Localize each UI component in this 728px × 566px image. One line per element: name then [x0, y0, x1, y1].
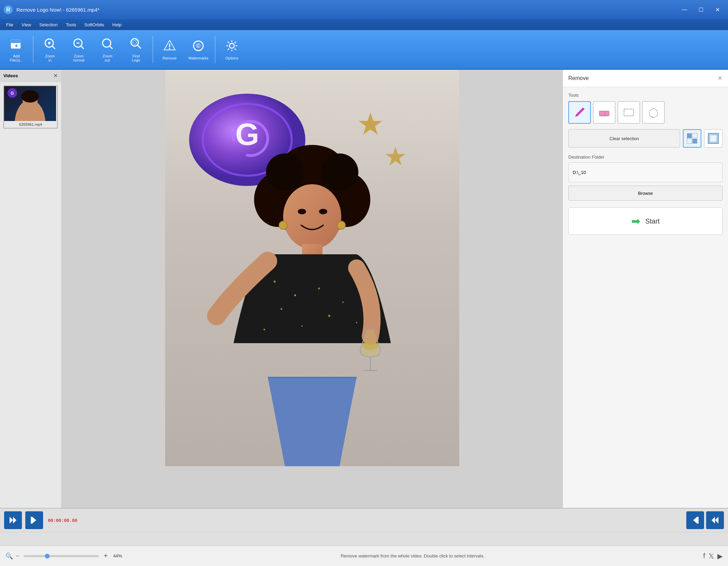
svg-point-43: [298, 209, 306, 214]
facebook-icon[interactable]: f: [703, 552, 705, 560]
menu-softorbits[interactable]: SoftOrbits: [81, 21, 108, 29]
svg-rect-65: [692, 139, 697, 144]
timeline: 00:00:00.00: [0, 508, 728, 545]
timeline-right-controls: [686, 511, 724, 529]
toolbar: AddFile(s)... Zoomin Zoomnormal: [0, 30, 728, 70]
svg-point-42: [283, 184, 341, 249]
svg-marker-77: [715, 517, 718, 524]
next-frame-button[interactable]: [686, 511, 704, 529]
svg-rect-59: [599, 111, 609, 116]
zoom-normal-button[interactable]: Zoomnormal: [65, 32, 92, 67]
toolbar-separator-2: [153, 36, 153, 63]
preview-area: G ★ ★: [62, 70, 562, 508]
watermarks-button[interactable]: © Watermarks: [185, 32, 212, 67]
svg-line-12: [81, 46, 84, 49]
svg-point-51: [342, 301, 344, 303]
svg-point-13: [103, 39, 111, 47]
svg-marker-71: [10, 517, 13, 524]
rewind-to-start-button[interactable]: [4, 511, 22, 529]
video-thumbnail-item[interactable]: G 6265961.mp4: [3, 85, 58, 129]
menu-tools[interactable]: Tools: [62, 21, 79, 29]
eraser-tool-button[interactable]: [593, 101, 616, 124]
zoom-handle: [45, 554, 50, 558]
lasso-tool-button[interactable]: [642, 101, 665, 124]
svg-line-14: [110, 46, 112, 49]
zoom-max-icon: +: [104, 552, 108, 560]
svg-rect-76: [697, 517, 699, 524]
menubar: File View Selection Tools SoftOrbits Hel…: [0, 19, 728, 30]
start-button[interactable]: ➡ Start: [568, 207, 723, 235]
maximize-button[interactable]: ☐: [693, 4, 709, 15]
zoom-normal-label: Zoomnormal: [73, 54, 84, 62]
svg-text:★: ★: [384, 142, 407, 171]
zoom-out-button[interactable]: Zoomout: [94, 32, 121, 67]
sidebar-close-button[interactable]: ✕: [53, 72, 58, 79]
menu-selection[interactable]: Selection: [36, 21, 61, 29]
zoom-out-label: Zoomout: [103, 54, 112, 62]
status-right: f 𝕏 ▶: [703, 552, 723, 560]
panel-title: Remove: [568, 75, 589, 81]
svg-marker-78: [712, 517, 715, 524]
sidebar-header: Videos ✕: [0, 70, 61, 82]
svg-rect-3: [11, 40, 21, 43]
add-files-icon: [10, 37, 23, 53]
prev-frame-button[interactable]: [25, 511, 43, 529]
add-files-label: AddFile(s)...: [10, 54, 23, 62]
close-button[interactable]: ✕: [710, 4, 725, 15]
zoom-min-icon: −: [16, 553, 19, 559]
rect-select-tool-button[interactable]: [618, 101, 640, 124]
status-left: 🔍 − + 44%: [5, 552, 122, 560]
titlebar-left: R Remove Logo Now! - 6265961.mp4*: [3, 4, 100, 15]
svg-point-48: [274, 281, 276, 283]
svg-point-52: [280, 308, 282, 310]
selection-mode-include-button[interactable]: [683, 129, 701, 148]
menu-help[interactable]: Help: [109, 21, 125, 29]
preview-canvas: G ★ ★: [165, 70, 459, 466]
svg-point-54: [301, 325, 303, 327]
svg-rect-66: [687, 139, 692, 144]
find-logo-button[interactable]: FindLogo: [122, 32, 150, 67]
svg-marker-72: [13, 517, 16, 524]
svg-point-46: [337, 221, 345, 229]
menu-view[interactable]: View: [18, 21, 35, 29]
options-button[interactable]: Options: [218, 32, 246, 67]
svg-point-55: [263, 329, 265, 331]
panel-close-button[interactable]: ✕: [717, 75, 723, 82]
add-files-button[interactable]: AddFile(s)...: [3, 32, 30, 67]
svg-rect-64: [687, 133, 692, 138]
youtube-icon[interactable]: ▶: [717, 552, 723, 560]
start-arrow-icon: ➡: [631, 215, 640, 228]
skip-to-end-button[interactable]: [706, 511, 724, 529]
video-thumb-image: G: [4, 86, 56, 121]
svg-marker-73: [32, 517, 36, 524]
zoom-normal-icon: [72, 37, 85, 53]
twitter-icon[interactable]: 𝕏: [709, 552, 714, 560]
zoom-out-icon[interactable]: 🔍: [5, 552, 13, 560]
pencil-tool-button[interactable]: [568, 101, 591, 124]
sidebar-title: Videos: [3, 73, 18, 78]
minimize-button[interactable]: —: [677, 4, 692, 15]
options-icon: [225, 39, 239, 55]
zoom-slider[interactable]: [24, 555, 99, 557]
remove-label: Remove: [163, 56, 177, 60]
browse-button[interactable]: Browse: [568, 186, 723, 201]
svg-text:R: R: [6, 7, 10, 13]
selection-mode-exclude-button[interactable]: [704, 129, 723, 148]
window-title: Remove Logo Now! - 6265961.mp4*: [16, 7, 100, 13]
svg-line-63: [651, 117, 653, 118]
svg-rect-67: [692, 133, 697, 138]
zoom-in-button[interactable]: Zoomin: [36, 32, 64, 67]
svg-line-9: [52, 46, 55, 49]
zoom-level: 44%: [113, 553, 122, 558]
clear-selection-button[interactable]: Clear selection: [568, 129, 680, 148]
destination-input[interactable]: [568, 162, 723, 182]
menu-file[interactable]: File: [3, 21, 17, 29]
find-logo-label: FindLogo: [132, 54, 140, 62]
svg-rect-69: [710, 135, 716, 142]
svg-point-53: [328, 315, 330, 317]
main-content: Videos ✕: [0, 70, 728, 508]
svg-point-23: [229, 43, 234, 48]
remove-button[interactable]: Remove: [156, 32, 183, 67]
timeline-controls: 00:00:00.00: [0, 509, 728, 532]
svg-point-20: [169, 48, 170, 49]
